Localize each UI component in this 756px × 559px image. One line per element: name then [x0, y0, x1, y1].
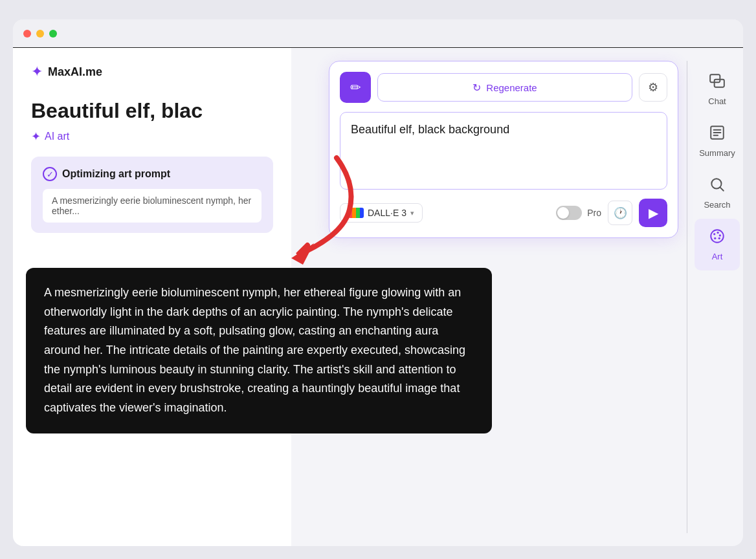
regenerate-button[interactable]: ↻ Regenerate	[377, 73, 632, 102]
dalle-icon	[348, 208, 364, 218]
sparkle-icon: ✦	[31, 129, 41, 144]
prompt-box: ✓ Optimizing art prompt A mesmerizingly …	[31, 157, 273, 233]
history-icon: 🕐	[614, 206, 627, 220]
summary-icon	[709, 124, 726, 145]
card-toolbar: ✏ ↻ Regenerate ⚙	[340, 72, 667, 103]
prompt-textarea[interactable]: Beautiful elf, black background	[340, 112, 667, 190]
svg-point-9	[713, 233, 715, 235]
vertical-separator	[687, 61, 687, 533]
maxai-header: ✦ MaxAI.me	[31, 63, 273, 80]
sidebar-item-art[interactable]: Art	[695, 219, 740, 270]
pro-label: Pro	[587, 208, 601, 218]
browser-dot-green	[49, 30, 57, 38]
sidebar-item-summary[interactable]: Summary	[695, 115, 740, 167]
browser-dot-yellow	[36, 30, 44, 38]
sidebar-search-label: Search	[704, 200, 730, 210]
pro-toggle[interactable]: Pro	[556, 206, 601, 220]
sidebar-item-chat[interactable]: Chat	[695, 63, 740, 115]
edit-button[interactable]: ✏	[340, 72, 371, 103]
prompt-input-text: Beautiful elf, black background	[351, 122, 656, 138]
send-icon: ▶	[649, 205, 658, 221]
prompt-title: Optimizing art prompt	[62, 168, 170, 180]
svg-point-8	[711, 230, 724, 243]
svg-point-12	[718, 237, 720, 239]
maxai-title: MaxAI.me	[48, 65, 102, 79]
settings-icon: ⚙	[648, 80, 658, 94]
model-selector[interactable]: DALL·E 3 ▾	[340, 203, 423, 223]
maxai-chat-card: ✏ ↻ Regenerate ⚙ Beautiful elf, black ba…	[329, 61, 678, 238]
check-icon: ✓	[43, 167, 57, 181]
toggle-track[interactable]	[556, 206, 582, 220]
model-chevron-icon: ▾	[410, 209, 414, 217]
settings-button[interactable]: ⚙	[639, 73, 667, 102]
tooltip-text: A mesmerizingly eerie bioluminescent nym…	[44, 286, 465, 414]
regenerate-icon: ↻	[472, 82, 481, 94]
maxai-logo-icon: ✦	[31, 63, 43, 80]
browser-dot-red	[23, 30, 31, 38]
sidebar-chat-label: Chat	[708, 96, 726, 106]
main-card: ✦ MaxAI.me Beautiful elf, blac ✦ AI art …	[13, 19, 743, 546]
history-button[interactable]: 🕐	[608, 201, 632, 225]
send-button[interactable]: ▶	[639, 199, 667, 227]
sidebar-item-search[interactable]: Search	[695, 167, 740, 219]
right-sidebar: Chat Summary	[691, 48, 743, 546]
sidebar-art-label: Art	[712, 252, 723, 261]
prompt-short-text: A mesmerizingly eerie bioluminescent nym…	[43, 189, 261, 223]
ai-art-label: ✦ AI art	[31, 129, 273, 144]
dark-tooltip: A mesmerizingly eerie bioluminescent nym…	[26, 268, 492, 433]
svg-line-7	[720, 188, 724, 191]
svg-point-13	[714, 237, 716, 239]
svg-rect-1	[715, 80, 724, 87]
svg-rect-0	[710, 74, 720, 82]
page-title: Beautiful elf, blac	[31, 98, 273, 123]
search-icon	[709, 176, 726, 197]
svg-point-11	[719, 234, 721, 236]
regenerate-label: Regenerate	[486, 82, 537, 93]
art-icon	[709, 228, 726, 248]
ai-art-text: AI art	[45, 131, 69, 142]
svg-point-10	[717, 232, 718, 234]
prompt-header: ✓ Optimizing art prompt	[43, 167, 261, 181]
card-bottom: DALL·E 3 ▾ Pro 🕐 ▶	[340, 199, 667, 227]
edit-icon: ✏	[350, 80, 361, 95]
model-name: DALL·E 3	[368, 208, 406, 218]
chat-icon	[709, 72, 726, 93]
content-area: ✦ MaxAI.me Beautiful elf, blac ✦ AI art …	[13, 48, 743, 546]
toggle-thumb	[557, 207, 569, 219]
browser-bar	[13, 19, 743, 48]
sidebar-summary-label: Summary	[699, 148, 735, 158]
